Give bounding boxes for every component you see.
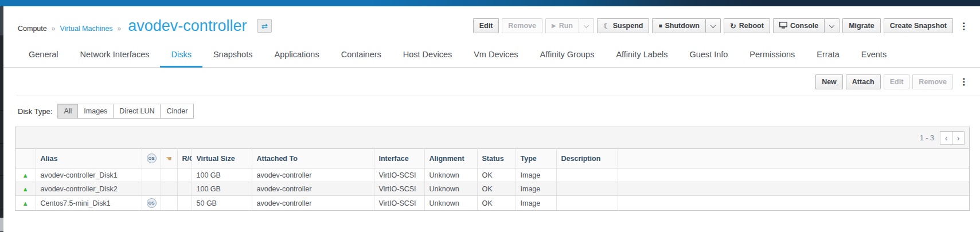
- cell-virtual-size: 100 GB: [192, 182, 252, 196]
- tab-disks[interactable]: Disks: [160, 43, 202, 68]
- cell-attached-to: avodev-controller: [252, 196, 374, 211]
- table-row-disk1[interactable]: ▲ avodev-controller_Disk1 100 GB avodev-…: [15, 168, 969, 182]
- disk-type-images-button[interactable]: Images: [77, 104, 114, 119]
- col-attached-to[interactable]: Attached To: [252, 149, 374, 168]
- remove-disk-button[interactable]: Remove: [912, 74, 953, 89]
- console-caret-button[interactable]: [824, 18, 840, 33]
- shutdown-split-button: ■Shutdown: [652, 18, 720, 33]
- vm-kebab-menu-button[interactable]: ⋮: [956, 21, 972, 32]
- col-alignment[interactable]: Alignment: [424, 149, 477, 168]
- prev-page-button[interactable]: ‹: [940, 131, 952, 145]
- disk-up-status-icon: ▲: [22, 172, 29, 179]
- cell-attached-to: avodev-controller: [252, 182, 374, 196]
- vm-action-toolbar: Edit Remove ▶Run ☾Suspend ■Shutdown ↻Reb…: [473, 18, 972, 33]
- tab-applications[interactable]: Applications: [263, 43, 330, 68]
- cell-description: [556, 168, 618, 182]
- cell-interface: VirtIO-SCSI: [374, 168, 424, 182]
- reboot-button[interactable]: ↻Reboot: [724, 18, 770, 33]
- cell-description: [556, 196, 618, 211]
- breadcrumb-virtual-machines[interactable]: Virtual Machines: [60, 25, 112, 33]
- suspend-button[interactable]: ☾Suspend: [597, 18, 649, 33]
- os-badge-icon: OS: [147, 198, 157, 208]
- disk-type-direct-lun-button[interactable]: Direct LUN: [113, 104, 161, 119]
- nav-strip-segment: [0, 36, 3, 111]
- col-os: OS: [142, 149, 161, 168]
- migrate-button[interactable]: Migrate: [842, 18, 880, 33]
- nav-strip-segment: [0, 111, 3, 144]
- cell-attached-to: avodev-controller: [252, 168, 374, 182]
- new-disk-button[interactable]: New: [815, 74, 843, 89]
- col-alias[interactable]: Alias: [36, 149, 142, 168]
- chevron-down-icon: [710, 22, 716, 28]
- cell-alignment: Unknown: [424, 182, 477, 196]
- tab-host-devices[interactable]: Host Devices: [392, 43, 463, 68]
- breadcrumb-separator: »: [118, 25, 122, 33]
- shutdown-button[interactable]: ■Shutdown: [652, 18, 705, 33]
- col-status-text[interactable]: Status: [477, 149, 516, 168]
- run-button[interactable]: ▶Run: [545, 18, 579, 33]
- pagination-range: 1 - 3: [920, 134, 934, 142]
- cell-alignment: Unknown: [424, 196, 477, 211]
- play-icon: ▶: [552, 23, 556, 29]
- shutdown-caret-button[interactable]: [705, 18, 721, 33]
- breadcrumb: Compute » Virtual Machines » avodev-cont…: [18, 17, 272, 35]
- tab-events[interactable]: Events: [850, 43, 897, 68]
- remove-button[interactable]: Remove: [502, 18, 542, 33]
- attach-disk-button[interactable]: Attach: [846, 74, 881, 89]
- col-type[interactable]: Type: [516, 149, 556, 168]
- tab-errata[interactable]: Errata: [806, 43, 850, 68]
- tab-permissions[interactable]: Permissions: [739, 43, 806, 68]
- run-caret-button[interactable]: [579, 18, 594, 33]
- col-interface[interactable]: Interface: [374, 149, 424, 168]
- nav-strip-segment: [0, 144, 3, 176]
- pagination-controls: ‹ ›: [940, 131, 965, 145]
- tab-containers[interactable]: Containers: [330, 43, 392, 68]
- table-row-disk3[interactable]: ▲ Centos7.5-mini_Disk1 OS 50 GB avodev-c…: [15, 196, 969, 211]
- console-button[interactable]: Console: [773, 18, 825, 33]
- cell-alias: avodev-controller_Disk2: [36, 182, 142, 196]
- disk-type-cinder-button[interactable]: Cinder: [160, 104, 194, 119]
- col-virtual-size[interactable]: Virtual Size: [192, 149, 252, 168]
- cell-description: [556, 182, 618, 196]
- masthead-bar: [0, 0, 980, 6]
- breadcrumb-compute[interactable]: Compute: [18, 25, 47, 33]
- edit-disk-button[interactable]: Edit: [884, 74, 910, 89]
- os-badge-icon: OS: [147, 154, 157, 163]
- nav-strip-segment: [0, 218, 3, 231]
- tab-affinity-labels[interactable]: Affinity Labels: [605, 43, 678, 68]
- table-row-disk2[interactable]: ▲ avodev-controller_Disk2 100 GB avodev-…: [15, 182, 969, 196]
- page-title: avodev-controller: [128, 17, 247, 35]
- tab-network-interfaces[interactable]: Network Interfaces: [69, 43, 161, 68]
- tab-snapshots[interactable]: Snapshots: [202, 43, 264, 68]
- disk-type-button-group: All Images Direct LUN Cinder: [57, 104, 194, 119]
- col-bootable: ☛: [161, 149, 177, 168]
- stop-square-icon: ■: [658, 23, 662, 29]
- cell-status: OK: [477, 182, 516, 196]
- vm-detail-tabs: General Network Interfaces Disks Snapsho…: [3, 43, 980, 68]
- disk-type-all-button[interactable]: All: [57, 104, 78, 119]
- tab-affinity-groups[interactable]: Affinity Groups: [529, 43, 606, 68]
- reboot-icon: ↻: [730, 22, 736, 30]
- nav-strip-segment: [0, 210, 3, 218]
- tab-guest-info[interactable]: Guest Info: [678, 43, 739, 68]
- tab-vm-devices[interactable]: Vm Devices: [463, 43, 529, 68]
- monitor-icon: [779, 22, 787, 30]
- col-filler: [618, 149, 969, 168]
- edit-button[interactable]: Edit: [473, 18, 499, 33]
- edit-vm-name-button[interactable]: ⇄: [257, 19, 272, 33]
- nav-strip-segment: [0, 6, 3, 36]
- swap-arrows-icon: ⇄: [261, 22, 268, 30]
- col-ro[interactable]: R/O: [177, 149, 192, 168]
- tab-general[interactable]: General: [18, 43, 69, 68]
- disks-toolbar: New Attach Edit Remove ⋮: [17, 68, 980, 96]
- disk-up-status-icon: ▲: [22, 186, 29, 192]
- cell-type: Image: [516, 196, 556, 211]
- disks-kebab-menu-button[interactable]: ⋮: [956, 76, 972, 87]
- moon-icon: ☾: [603, 22, 610, 30]
- next-page-button[interactable]: ›: [952, 131, 965, 145]
- create-snapshot-button[interactable]: Create Snapshot: [884, 18, 953, 33]
- nav-strip-segment: [0, 176, 3, 210]
- cell-type: Image: [516, 182, 556, 196]
- col-description[interactable]: Description: [556, 149, 618, 168]
- disk-type-label: Disk Type:: [18, 107, 52, 116]
